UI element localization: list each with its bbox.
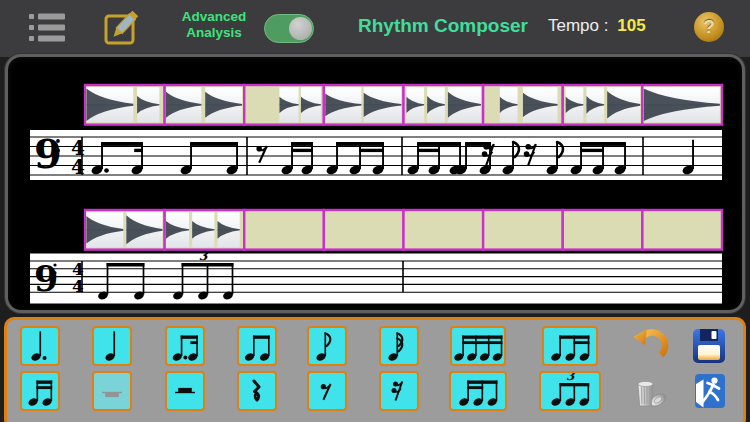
svg-text:3: 3 — [566, 373, 576, 383]
waveform-hit — [301, 87, 321, 122]
waveform-cell[interactable] — [324, 210, 404, 250]
waveform-hit — [586, 87, 604, 122]
top-bar: Advanced Analysis Rhythm Composer Tempo … — [0, 0, 750, 57]
exit-runner-icon — [689, 371, 729, 411]
waveform-hit — [192, 212, 214, 247]
waveform-hit — [566, 87, 584, 122]
trash-can-icon — [630, 371, 670, 411]
page-title: Rhythm Composer — [337, 15, 549, 37]
waveform-hit — [523, 87, 558, 122]
notation-staff-1: 944 — [30, 130, 722, 180]
list-menu-icon — [28, 12, 66, 44]
waveform-hit — [126, 212, 162, 247]
waveform-cell[interactable] — [483, 210, 563, 250]
eighth-triplet-button[interactable]: 3 — [539, 371, 601, 411]
eighth-two-sixteenths-button[interactable] — [542, 326, 598, 366]
waveform-hit — [166, 212, 189, 247]
half-rest-button[interactable] — [165, 371, 205, 411]
compose-button[interactable] — [101, 7, 141, 49]
toggle-knob — [289, 17, 312, 40]
tempo-display: Tempo : 105 — [548, 16, 658, 36]
dotted-quarter-note-button[interactable] — [20, 326, 60, 366]
notation-staff-2: 9443 — [30, 248, 722, 304]
undo-button[interactable] — [630, 326, 670, 366]
advanced-analysis-label: Advanced Analysis — [166, 9, 262, 41]
waveform-hit — [427, 87, 445, 122]
tempo-label: Tempo : — [548, 16, 608, 35]
waveform-cell[interactable] — [563, 210, 643, 250]
waveform-cell[interactable] — [404, 210, 484, 250]
svg-text:3: 3 — [199, 248, 209, 263]
waveform-cell[interactable] — [244, 210, 324, 250]
quarter-rest-button[interactable] — [237, 371, 277, 411]
waveform-hit — [325, 87, 361, 122]
two-sixteenth-notes-button[interactable] — [20, 371, 60, 411]
compose-pencil-icon — [101, 7, 141, 49]
save-floppy-icon — [689, 326, 729, 366]
waveform-hit — [137, 87, 159, 122]
system-1-waveform-row — [85, 85, 722, 125]
score-display: 9449443 — [8, 57, 742, 310]
waveform-hit — [644, 87, 720, 122]
score-panel: 9449443 — [8, 57, 742, 310]
exit-button[interactable] — [689, 371, 729, 411]
help-question-icon: ? — [703, 16, 715, 37]
waveform-hit — [607, 87, 640, 122]
four-sixteenth-notes-button[interactable] — [450, 326, 506, 366]
advanced-analysis-toggle[interactable] — [264, 14, 314, 43]
eighth-note-button[interactable] — [307, 326, 347, 366]
help-button[interactable]: ? — [694, 12, 724, 42]
waveform-hit — [166, 87, 201, 122]
waveform-hit — [448, 87, 481, 122]
waveform-hit — [205, 87, 242, 122]
note-toolbar: 3 — [4, 317, 746, 422]
waveform-hit — [86, 212, 123, 247]
bass-clef: 9 — [34, 130, 62, 177]
eighth-rest-button[interactable] — [307, 371, 347, 411]
system-2-waveform-row — [85, 210, 722, 250]
waveform-hit — [86, 87, 133, 122]
sixteenth-note-button[interactable] — [379, 326, 419, 366]
waveform-hit — [406, 87, 424, 122]
trash-button[interactable] — [630, 371, 670, 411]
waveform-hit — [500, 87, 518, 122]
menu-button[interactable] — [28, 12, 66, 44]
tempo-value[interactable]: 105 — [617, 16, 645, 35]
waveform-cell[interactable] — [642, 210, 722, 250]
waveform-hit — [279, 87, 298, 122]
waveform-hit — [364, 87, 402, 122]
two-eighth-notes-button[interactable] — [237, 326, 277, 366]
sixteenth-rest-button[interactable] — [379, 371, 419, 411]
two-sixteenths-eighth-button[interactable] — [449, 371, 507, 411]
whole-rest-button[interactable] — [92, 371, 132, 411]
dotted-eighth-sixteenth-button[interactable] — [165, 326, 205, 366]
waveform-hit — [217, 212, 239, 247]
undo-arrow-icon — [630, 326, 670, 366]
save-button[interactable] — [689, 326, 729, 366]
time-signature-lower: 4 — [71, 155, 85, 179]
quarter-note-button[interactable] — [92, 326, 132, 366]
